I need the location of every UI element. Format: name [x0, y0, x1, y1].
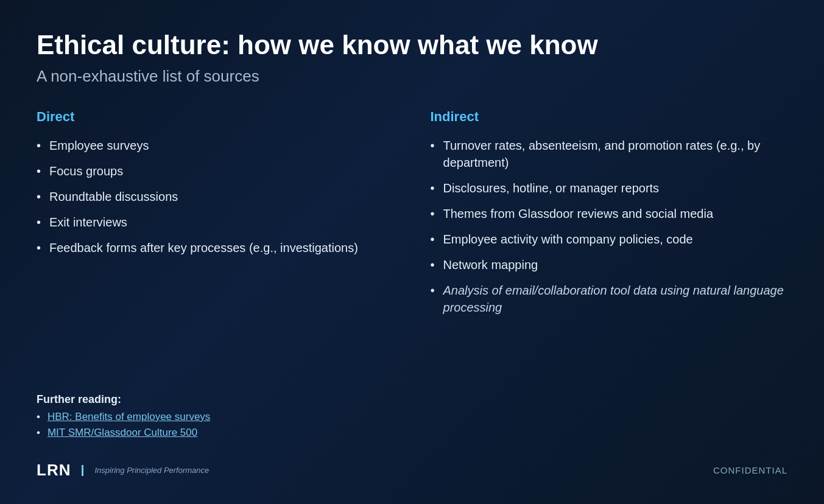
logo-divider — [82, 465, 83, 476]
list-item: Turnover rates, absenteeism, and promoti… — [431, 137, 788, 171]
slide-container: Ethical culture: how we know what we kno… — [0, 0, 824, 504]
header-section: Ethical culture: how we know what we kno… — [37, 29, 787, 87]
column-direct: Direct Employee surveys Focus groups Rou… — [37, 109, 394, 443]
list-item: Focus groups — [37, 163, 394, 180]
further-reading-list: HBR: Benefits of employee surveys MIT SM… — [37, 411, 394, 439]
list-item: Exit interviews — [37, 214, 394, 231]
mit-link[interactable]: MIT SMR/Glassdoor Culture 500 — [48, 427, 197, 439]
indirect-heading: Indirect — [431, 109, 788, 125]
list-item: Disclosures, hotline, or manager reports — [431, 180, 788, 197]
indirect-list: Turnover rates, absenteeism, and promoti… — [431, 137, 788, 324]
column-indirect: Indirect Turnover rates, absenteeism, an… — [431, 109, 788, 443]
lrn-tagline: Inspiring Principled Performance — [94, 466, 209, 475]
list-item: Themes from Glassdoor reviews and social… — [431, 205, 788, 222]
main-title: Ethical culture: how we know what we kno… — [37, 29, 787, 61]
content-columns: Direct Employee surveys Focus groups Rou… — [37, 109, 787, 443]
list-item: Network mapping — [431, 256, 788, 273]
direct-heading: Direct — [37, 109, 394, 125]
lrn-logo-text: LRN — [37, 461, 71, 480]
further-reading-item: MIT SMR/Glassdoor Culture 500 — [37, 427, 394, 439]
further-reading-section: Further reading: HBR: Benefits of employ… — [37, 381, 394, 443]
list-item: Employee surveys — [37, 137, 394, 154]
list-item: Roundtable discussions — [37, 188, 394, 205]
subtitle: A non-exhaustive list of sources — [37, 66, 787, 87]
further-reading-item: HBR: Benefits of employee surveys — [37, 411, 394, 423]
list-item: Employee activity with company policies,… — [431, 231, 788, 248]
footer: LRN Inspiring Principled Performance CON… — [37, 455, 787, 480]
hbr-link[interactable]: HBR: Benefits of employee surveys — [48, 411, 210, 423]
confidential-label: CONFIDENTIAL — [713, 465, 787, 475]
list-item: Analysis of email/collaboration tool dat… — [431, 282, 788, 316]
further-reading-title: Further reading: — [37, 393, 394, 406]
direct-list: Employee surveys Focus groups Roundtable… — [37, 137, 394, 265]
list-item: Feedback forms after key processes (e.g.… — [37, 239, 394, 256]
lrn-logo: LRN Inspiring Principled Performance — [37, 461, 209, 480]
